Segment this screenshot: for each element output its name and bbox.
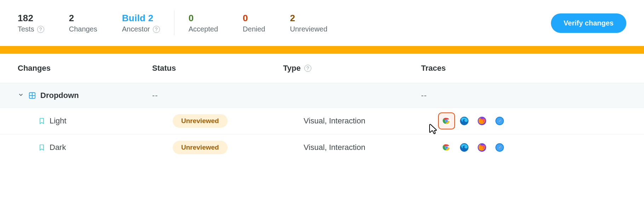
group-status: -- bbox=[152, 91, 283, 100]
stat-ancestor-value[interactable]: Build 2 bbox=[122, 13, 160, 24]
col-header-type: Type ? bbox=[283, 64, 421, 73]
stat-changes-label: Changes bbox=[69, 25, 97, 33]
group-traces: -- bbox=[421, 91, 626, 100]
col-header-traces: Traces bbox=[421, 64, 626, 73]
edge-icon[interactable] bbox=[459, 143, 469, 152]
bookmark-icon bbox=[38, 117, 45, 125]
stat-changes: 2 Changes bbox=[69, 13, 97, 33]
stat-ancestor-label: Ancestor bbox=[122, 25, 150, 33]
stat-tests-value: 182 bbox=[18, 13, 44, 24]
edge-icon[interactable] bbox=[459, 116, 469, 126]
stat-changes-value: 2 bbox=[69, 13, 97, 24]
table-row[interactable]: Light Unreviewed Visual, Interaction bbox=[0, 108, 644, 134]
stat-denied-value: 0 bbox=[243, 13, 265, 24]
stat-unreviewed-value: 2 bbox=[290, 13, 327, 24]
traces-cell bbox=[442, 116, 626, 126]
safari-icon[interactable] bbox=[495, 116, 505, 126]
chrome-icon[interactable] bbox=[442, 116, 452, 126]
progress-bar bbox=[0, 46, 644, 54]
changes-table: Changes Status Type ? Traces Dropdown --… bbox=[0, 54, 644, 161]
stat-unreviewed-label: Unreviewed bbox=[290, 25, 327, 33]
stat-denied-label: Denied bbox=[243, 25, 265, 33]
change-type: Visual, Interaction bbox=[304, 143, 442, 152]
change-type: Visual, Interaction bbox=[304, 116, 442, 126]
story-name: Dark bbox=[50, 143, 66, 152]
safari-icon[interactable] bbox=[495, 143, 505, 152]
stat-accepted: 0 Accepted bbox=[189, 13, 218, 33]
col-header-status: Status bbox=[152, 64, 283, 73]
stat-accepted-value: 0 bbox=[189, 13, 218, 24]
col-header-changes: Changes bbox=[18, 64, 152, 73]
help-icon[interactable]: ? bbox=[153, 26, 160, 33]
chrome-icon[interactable] bbox=[442, 143, 452, 152]
stat-denied: 0 Denied bbox=[243, 13, 265, 33]
stat-tests: 182 Tests ? bbox=[18, 13, 44, 33]
chevron-down-icon[interactable] bbox=[18, 91, 24, 100]
table-header-row: Changes Status Type ? Traces bbox=[0, 54, 644, 83]
svg-point-6 bbox=[445, 120, 447, 122]
status-badge: Unreviewed bbox=[173, 141, 228, 154]
firefox-icon[interactable] bbox=[477, 116, 487, 126]
stat-ancestor: Build 2 Ancestor ? bbox=[122, 13, 160, 33]
story-name: Light bbox=[50, 116, 67, 126]
help-icon[interactable]: ? bbox=[37, 26, 44, 33]
stat-unreviewed: 2 Unreviewed bbox=[290, 13, 327, 33]
stat-tests-label: Tests bbox=[18, 25, 34, 33]
group-name: Dropdown bbox=[40, 91, 79, 100]
svg-point-14 bbox=[445, 146, 447, 148]
stats-header: 182 Tests ? 2 Changes Build 2 Ancestor ?… bbox=[0, 0, 644, 46]
bookmark-icon bbox=[38, 143, 45, 152]
traces-cell bbox=[442, 143, 626, 152]
group-row[interactable]: Dropdown -- -- bbox=[0, 83, 644, 108]
help-icon[interactable]: ? bbox=[304, 65, 311, 72]
status-badge: Unreviewed bbox=[173, 114, 228, 128]
divider bbox=[174, 11, 174, 35]
component-icon bbox=[28, 92, 36, 99]
firefox-icon[interactable] bbox=[477, 143, 487, 152]
table-row[interactable]: Dark Unreviewed Visual, Interaction bbox=[0, 134, 644, 161]
col-header-type-label: Type bbox=[283, 64, 301, 73]
stat-accepted-label: Accepted bbox=[189, 25, 218, 33]
verify-changes-button[interactable]: Verify changes bbox=[551, 13, 626, 33]
